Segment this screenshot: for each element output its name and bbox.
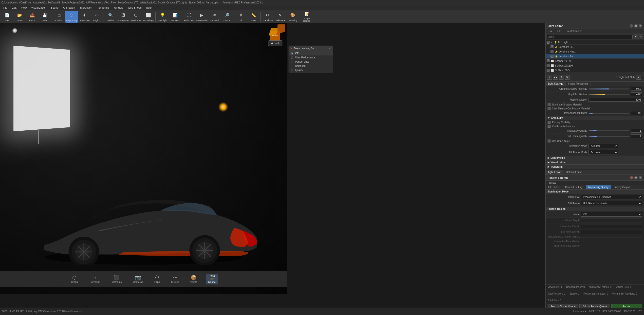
interactive-illum-select[interactable]: Precomputed + Shadows Full Global Illumi… bbox=[581, 195, 642, 199]
ground-shadow-slider-track[interactable] bbox=[588, 88, 630, 89]
graph-button[interactable]: ⬡ Graph bbox=[69, 274, 80, 285]
boundings-button[interactable]: ⬜ Boundings bbox=[142, 11, 155, 23]
sceneplates-button[interactable]: 🖼 Sceneplates bbox=[117, 11, 130, 23]
import-button[interactable]: 📥 Import bbox=[26, 11, 38, 23]
transform-bottom-button[interactable]: ↔ Transform bbox=[87, 274, 102, 285]
light-item-sb72[interactable]: ✓ ⬜ Softbox72x175 bbox=[546, 59, 644, 63]
interactive-quality-track[interactable] bbox=[588, 130, 630, 131]
wireframe-button[interactable]: ⬡ Wireframe bbox=[130, 11, 142, 23]
viewport[interactable]: HOME ◀ Back ⬡ Graph ↔ Transform ⬛ Materi… bbox=[0, 23, 287, 294]
tab-display-output[interactable]: Display Output bbox=[611, 185, 632, 189]
importance-mult-value[interactable] bbox=[631, 111, 642, 115]
dl-option-off[interactable]: Off bbox=[289, 51, 333, 55]
menu-webshops[interactable]: Web Shops bbox=[126, 6, 144, 9]
still-frame-illum-select[interactable]: Full Global Illumination Precomputed + S… bbox=[581, 201, 642, 206]
still-frame-quality-track[interactable] bbox=[588, 136, 630, 137]
tab-light-settings[interactable]: Light Settings bbox=[546, 82, 566, 86]
light-vis-sb72[interactable]: ✓ bbox=[546, 59, 550, 62]
visualization-section[interactable]: ▶ Visualization bbox=[546, 160, 644, 165]
use-cone-angle-checkbox[interactable] bbox=[548, 139, 550, 142]
primary-vis-checkbox[interactable]: ✓ bbox=[548, 121, 550, 124]
viewport-canvas[interactable]: HOME ◀ Back bbox=[0, 23, 287, 294]
menu-edit[interactable]: Edit bbox=[10, 6, 18, 9]
clips-button[interactable]: ⏱ Clips bbox=[152, 274, 162, 285]
map-filter-value[interactable] bbox=[631, 92, 642, 96]
light-item-lfhea[interactable]: ✓ ✨ Lensflare Hea... bbox=[546, 49, 644, 54]
light-profile-section[interactable]: ▶ Light Profile bbox=[546, 156, 644, 160]
back-button[interactable]: ◀ Back bbox=[268, 40, 282, 46]
dl-option-ultra[interactable]: Ultra-Performance bbox=[289, 55, 333, 60]
light-vis-sb100oct[interactable]: ✓ bbox=[546, 69, 550, 72]
grid-button[interactable]: # Grid bbox=[235, 11, 247, 23]
dl-option-balanced[interactable]: Balanced bbox=[289, 64, 333, 68]
light-item-ies[interactable]: ✓ ▼ 💡 IES Light bbox=[546, 40, 644, 45]
dl-option-performance[interactable]: Performance bbox=[289, 60, 333, 64]
region-button[interactable]: ▭ Region bbox=[90, 11, 103, 23]
menu-rendering[interactable]: Rendering bbox=[94, 6, 111, 9]
lights-filter-btn[interactable]: ▼ bbox=[634, 34, 638, 39]
menu-help[interactable]: Help bbox=[144, 6, 154, 9]
ruler-button[interactable]: 📏 Ruler bbox=[248, 11, 260, 23]
dl-option-quality[interactable]: Quality bbox=[289, 68, 333, 72]
fullscreen-button[interactable]: ⛶ Fullscreen bbox=[183, 11, 195, 23]
tab-file-output[interactable]: File Output bbox=[546, 185, 562, 189]
light-vis-lftail[interactable]: ✓ bbox=[550, 55, 554, 58]
le-copy-btn[interactable]: ●● bbox=[553, 75, 558, 80]
light-vis-ies[interactable]: ✓ bbox=[546, 41, 550, 44]
light-editor-float-btn[interactable]: ⧉ bbox=[634, 24, 638, 28]
tab-image-processing[interactable]: Image Processing bbox=[566, 82, 591, 86]
vsets-button[interactable]: 📦 VSets bbox=[188, 274, 199, 285]
caust-depth-input[interactable] bbox=[581, 218, 642, 223]
photon-mode-select[interactable]: Off On bbox=[581, 212, 642, 217]
save-button[interactable]: 💾 Save bbox=[39, 11, 51, 23]
headlight-button[interactable]: 💡 Headlight bbox=[156, 11, 169, 23]
le-menu-file[interactable]: File bbox=[546, 29, 554, 33]
presentation-button[interactable]: ▶ Presentation bbox=[196, 11, 208, 23]
light-vis-sb100[interactable]: ✓ bbox=[546, 64, 550, 67]
menu-scene[interactable]: Scene bbox=[49, 6, 60, 9]
tab-material-editor[interactable]: Material Editor bbox=[563, 170, 584, 175]
scripts-region-button[interactable]: 📝 Scripts Region bbox=[301, 11, 313, 23]
open-button[interactable]: 📂 Open bbox=[14, 11, 26, 23]
menu-file[interactable]: File bbox=[1, 6, 9, 9]
curves-button[interactable]: 〜 Curves bbox=[169, 274, 181, 285]
selection-button[interactable]: ↖ Selection bbox=[274, 11, 286, 23]
zoomto-button[interactable]: 🔎 Zoom To bbox=[221, 11, 233, 23]
visible-reflections-checkbox[interactable]: ✓ bbox=[548, 125, 550, 128]
downscale-button[interactable]: ⬇ Downscale bbox=[78, 11, 90, 23]
cameras-button[interactable]: 📷 Cameras bbox=[131, 274, 145, 285]
menu-view[interactable]: View bbox=[19, 6, 29, 9]
transform-button[interactable]: ⟳ Transform bbox=[262, 11, 274, 23]
rs-float-btn[interactable]: ⧉ bbox=[634, 176, 638, 179]
map-filter-slider-track[interactable] bbox=[588, 94, 630, 95]
still-frame-mode-select[interactable]: Accurate Fast bbox=[588, 150, 618, 155]
rs-close-btn[interactable]: ✕ bbox=[638, 176, 642, 179]
light-item-lftail[interactable]: ✓ ✨ Lensflare Tail... bbox=[546, 54, 644, 59]
lights-eye-btn[interactable]: 👁 bbox=[638, 34, 643, 39]
interactive-mode-select[interactable]: Accurate Fast bbox=[588, 144, 618, 148]
le-settings-btn[interactable]: ⚙ bbox=[565, 75, 570, 80]
le-menu-create[interactable]: Create/Convert bbox=[564, 29, 584, 33]
cast-shadow-checkbox[interactable] bbox=[548, 107, 550, 110]
map-resolution-value[interactable] bbox=[588, 98, 642, 102]
le-delete-btn[interactable]: 🗑 bbox=[559, 75, 564, 80]
le-menu-edit[interactable]: Edit bbox=[555, 29, 563, 33]
dl-close-btn[interactable]: ✕ bbox=[328, 47, 331, 50]
menu-window[interactable]: Window bbox=[112, 6, 125, 9]
statistics-button[interactable]: 📊 Statistics bbox=[169, 11, 181, 23]
still-frame-quality-value[interactable] bbox=[631, 134, 642, 138]
light-vis-lf2k[interactable]: ✓ bbox=[550, 45, 554, 48]
light-item-sb100[interactable]: ✓ ⬜ Softbox100x100 bbox=[546, 63, 644, 68]
ground-shadow-value[interactable] bbox=[631, 87, 642, 91]
light-vis-lfhea[interactable]: ✓ bbox=[550, 50, 554, 53]
light-editor-close-btn[interactable]: ✕ bbox=[638, 24, 642, 28]
materials-button[interactable]: ⬛ Materials bbox=[110, 274, 124, 285]
isolate-button[interactable]: 🔍 Isolate bbox=[104, 11, 117, 23]
tab-raytracing-quality[interactable]: Raytracing Quality bbox=[586, 185, 611, 189]
le-add-btn[interactable]: + bbox=[547, 75, 552, 80]
menu-animation[interactable]: Animation bbox=[61, 6, 77, 9]
interactive-quality-value[interactable] bbox=[631, 129, 642, 133]
le-link-dropdown-btn[interactable]: ▼ bbox=[636, 75, 641, 80]
tab-light-editor[interactable]: Light Editor bbox=[546, 170, 563, 175]
raytracing-button[interactable]: ⬡ Raytracing bbox=[65, 11, 78, 23]
